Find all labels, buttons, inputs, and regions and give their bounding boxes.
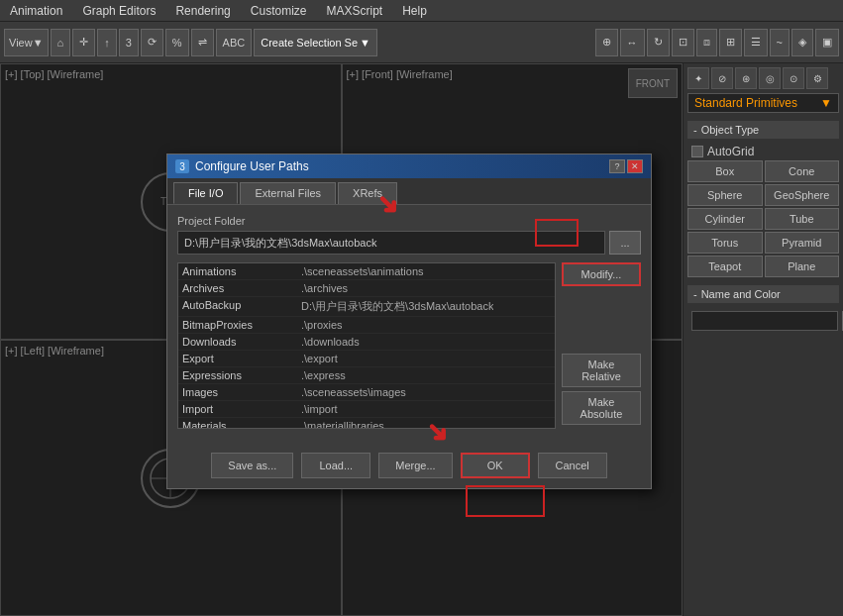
tab-external-files[interactable]: External Files <box>240 182 336 204</box>
btn-box[interactable]: Box <box>687 160 763 182</box>
tool-btn-3[interactable]: ↑ <box>97 29 117 56</box>
tool-btn-snap[interactable]: ⊕ <box>595 29 618 56</box>
tool-btn-mirror[interactable]: ⧈ <box>696 29 717 56</box>
cancel-button[interactable]: Cancel <box>538 453 607 478</box>
configure-user-paths-dialog[interactable]: 3 Configure User Paths ? ✕ File I/O Exte… <box>166 154 652 489</box>
menu-rendering[interactable]: Rendering <box>165 2 240 20</box>
list-item-path: .\sceneassets\images <box>301 386 406 398</box>
panel-icon-row: ✦ ⊘ ⊛ ◎ ⊙ ⚙ <box>687 67 839 89</box>
autogrid-checkbox[interactable] <box>691 146 703 157</box>
name-color-section: - Name and Color <box>687 285 839 303</box>
create-selection-btn[interactable]: Create Selection Se ▼ <box>254 29 377 56</box>
btn-cylinder[interactable]: Cylinder <box>687 208 763 230</box>
btn-plane[interactable]: Plane <box>765 256 840 277</box>
make-relative-button[interactable]: Make Relative <box>562 354 641 387</box>
standard-primitives-dropdown[interactable]: Standard Primitives ▼ <box>687 93 839 113</box>
save-as-button[interactable]: Save as... <box>211 453 293 478</box>
object-type-buttons: Box Cone Sphere GeoSphere Cylinder Tube … <box>687 160 839 277</box>
list-item[interactable]: Expressions.\express <box>178 367 555 384</box>
menu-graph-editors[interactable]: Graph Editors <box>72 2 165 20</box>
dialog-help-btn[interactable]: ? <box>609 159 625 173</box>
dialog-title-text: Configure User Paths <box>195 159 309 173</box>
paths-list-area: Animations.\sceneassets\animationsArchiv… <box>177 262 641 429</box>
list-item[interactable]: Archives.\archives <box>178 280 555 297</box>
merge-button[interactable]: Merge... <box>378 453 452 478</box>
tool-btn-2[interactable]: ✛ <box>72 29 95 56</box>
tool-btn-4[interactable]: 3 <box>119 29 139 56</box>
list-action-buttons: Modify... Make Relative Make Absolute <box>562 262 641 429</box>
tool-btn-move[interactable]: ↔ <box>620 29 645 56</box>
tool-btn-render[interactable]: ▣ <box>815 29 839 56</box>
dialog-tabs: File I/O External Files XRefs <box>167 178 651 205</box>
list-item[interactable]: AutoBackupD:\用户目录\我的文档\3dsMax\autoback <box>178 297 555 317</box>
list-item[interactable]: Images.\sceneassets\images <box>178 384 555 401</box>
name-color-row <box>687 307 839 335</box>
modify-button[interactable]: Modify... <box>562 262 641 286</box>
btn-tube[interactable]: Tube <box>765 208 840 230</box>
dialog-close-btn[interactable]: ✕ <box>627 159 643 173</box>
dialog-footer: Save as... Load... Merge... OK Cancel <box>167 447 651 488</box>
dialog-titlebar: 3 Configure User Paths ? ✕ <box>167 154 651 178</box>
object-type-section: - Object Type <box>687 121 839 139</box>
btn-cone[interactable]: Cone <box>765 160 840 182</box>
viewport-front-label: [+] [Front] [Wireframe] <box>347 68 453 80</box>
tool-btn-8[interactable]: ABC <box>216 29 253 56</box>
name-input-field[interactable] <box>691 311 838 331</box>
load-button[interactable]: Load... <box>301 453 370 478</box>
panel-icon-motion[interactable]: ◎ <box>759 67 781 89</box>
panel-icon-display[interactable]: ⊙ <box>783 67 804 89</box>
list-item[interactable]: Import.\import <box>178 401 555 418</box>
panel-icon-hierarchy[interactable]: ⊛ <box>735 67 757 89</box>
make-absolute-button[interactable]: Make Absolute <box>562 391 641 425</box>
dialog-window-controls: ? ✕ <box>609 159 643 173</box>
list-item[interactable]: Materials.\materiallibraries <box>178 418 555 429</box>
viewport-left-label: [+] [Left] [Wireframe] <box>5 345 104 357</box>
tool-btn-5[interactable]: ⟳ <box>141 29 163 56</box>
front-indicator: FRONT <box>628 68 678 98</box>
btn-geosphere[interactable]: GeoSphere <box>765 184 840 206</box>
view-dropdown[interactable]: View ▼ <box>4 29 49 56</box>
autogrid-label: AutoGrid <box>707 145 754 158</box>
tab-xrefs[interactable]: XRefs <box>338 182 397 204</box>
tool-btn-scale[interactable]: ⊡ <box>672 29 694 56</box>
panel-icon-modify[interactable]: ⊘ <box>711 67 733 89</box>
btn-sphere[interactable]: Sphere <box>687 184 763 206</box>
tool-btn-1[interactable]: ⌂ <box>51 29 71 56</box>
list-item-path: .\proxies <box>301 319 343 331</box>
dialog-body: Project Folder ... Animations.\sceneasse… <box>167 205 651 447</box>
list-item[interactable]: Downloads.\downloads <box>178 334 555 351</box>
panel-icon-utilities[interactable]: ⚙ <box>806 67 828 89</box>
tool-btn-6[interactable]: % <box>165 29 189 56</box>
tool-btn-curve[interactable]: ~ <box>770 29 790 56</box>
list-item[interactable]: Export.\export <box>178 351 555 367</box>
list-item-path: .\express <box>301 369 346 381</box>
dialog-title-left: 3 Configure User Paths <box>175 159 309 173</box>
list-item-path: .\sceneassets\animations <box>301 265 424 277</box>
paths-list[interactable]: Animations.\sceneassets\animationsArchiv… <box>177 262 556 429</box>
tool-btn-mat[interactable]: ◈ <box>791 29 813 56</box>
ok-button[interactable]: OK <box>461 453 530 478</box>
tool-btn-align[interactable]: ⊞ <box>719 29 742 56</box>
menu-maxscript[interactable]: MAXScript <box>316 2 392 20</box>
menu-help[interactable]: Help <box>392 2 437 20</box>
menu-animation[interactable]: Animation <box>0 2 72 20</box>
list-item-name: Downloads <box>182 336 301 348</box>
btn-pyramid[interactable]: Pyramid <box>765 232 840 254</box>
btn-teapot[interactable]: Teapot <box>687 256 763 277</box>
tool-btn-rotate[interactable]: ↻ <box>647 29 670 56</box>
project-folder-row: ... <box>177 231 641 255</box>
browse-button[interactable]: ... <box>609 231 641 255</box>
list-item-path: .\export <box>301 353 338 364</box>
list-item[interactable]: Animations.\sceneassets\animations <box>178 263 555 280</box>
list-item-name: Export <box>182 353 301 364</box>
toolbar: View ▼ ⌂ ✛ ↑ 3 ⟳ % ⇌ ABC Create Selectio… <box>0 22 843 63</box>
list-item[interactable]: BitmapProxies.\proxies <box>178 317 555 334</box>
tool-btn-7[interactable]: ⇌ <box>191 29 214 56</box>
tool-btn-layers[interactable]: ☰ <box>744 29 768 56</box>
panel-icon-create[interactable]: ✦ <box>687 67 709 89</box>
btn-torus[interactable]: Torus <box>687 232 763 254</box>
menu-customize[interactable]: Customize <box>241 2 317 20</box>
tab-file-io[interactable]: File I/O <box>173 182 238 204</box>
project-folder-input[interactable] <box>177 231 605 255</box>
list-item-name: Expressions <box>182 369 301 381</box>
